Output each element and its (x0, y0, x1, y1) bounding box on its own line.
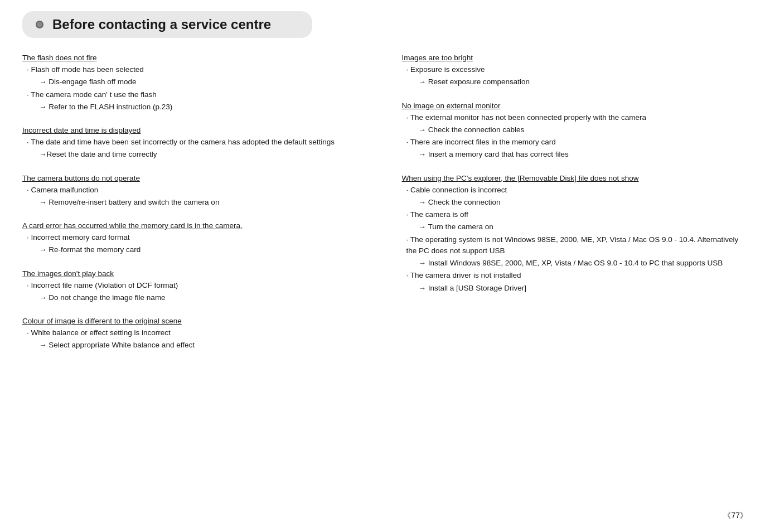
section-card-error-title: A card error has occurred while the memo… (22, 221, 369, 230)
card-item-1: · Incorrect memory card format (27, 232, 369, 243)
section-card-error: A card error has occurred while the memo… (22, 221, 369, 257)
section-external-monitor-title: No image on external monitor (402, 101, 748, 110)
section-date-time: Incorrect date and time is displayed · T… (22, 126, 369, 162)
flash-item-1: · Flash off mode has been selected (27, 64, 369, 75)
colour-sub-1: → Select appropriate White balance and e… (39, 340, 369, 351)
card-sub-1: → Re-format the memory card (39, 244, 369, 255)
header-dot (36, 21, 43, 28)
section-colour-title: Colour of image is different to the orig… (22, 317, 369, 325)
disk-item-1: · Cable connection is incorrect (406, 185, 748, 196)
section-images-bright: Images are too bright · Exposure is exce… (402, 54, 748, 89)
section-date-time-title: Incorrect date and time is displayed (22, 126, 369, 134)
monitor-sub-1: → Check the connection cables (419, 124, 748, 136)
buttons-sub-1: → Remove/re-insert battery and switch th… (39, 197, 369, 208)
disk-sub-1: → Check the connection (419, 197, 748, 208)
section-flash: The flash does not fire · Flash off mode… (22, 54, 369, 114)
section-camera-buttons-title: The camera buttons do not operate (22, 174, 369, 182)
left-column: The flash does not fire · Flash off mode… (22, 54, 369, 365)
right-column: Images are too bright · Exposure is exce… (402, 54, 748, 365)
disk-item-4: · The camera driver is not installed (406, 270, 748, 281)
date-sub-1: →Reset the date and time correctly (39, 149, 369, 160)
date-item-1: · The date and time have been set incorr… (27, 137, 369, 148)
flash-item-2: · The camera mode can' t use the flash (27, 89, 369, 100)
page-footer: 《77》 (723, 511, 748, 521)
disk-sub-3: → Install Windows 98SE, 2000, ME, XP, Vi… (419, 258, 748, 269)
section-images-bright-title: Images are too bright (402, 54, 748, 62)
buttons-item-1: · Camera malfunction (27, 185, 369, 196)
disk-item-2: · The camera is off (406, 209, 748, 220)
disk-sub-2: → Turn the camera on (419, 221, 748, 233)
header-title: Before contacting a service centre (52, 17, 271, 32)
bright-item-1: · Exposure is excessive (406, 64, 748, 75)
bright-sub-1: → Reset exposure compensation (419, 76, 748, 88)
section-flash-title: The flash does not fire (22, 54, 369, 62)
header-box: Before contacting a service centre (22, 11, 312, 38)
playback-item-1: · Incorrect file name (Violation of DCF … (27, 280, 369, 291)
monitor-item-2: · There are incorrect files in the memor… (406, 137, 748, 148)
disk-item-3: · The operating system is not Windows 98… (406, 234, 748, 257)
monitor-sub-2: → Insert a memory card that has correct … (419, 149, 748, 160)
flash-sub-2: → Refer to the FLASH instruction (p.23) (39, 101, 369, 113)
monitor-item-1: · The external monitor has not been conn… (406, 112, 748, 123)
section-colour: Colour of image is different to the orig… (22, 317, 369, 352)
section-images-playback-title: The images don't play back (22, 269, 369, 278)
colour-item-1: · White balance or effect setting is inc… (27, 327, 369, 338)
flash-sub-1: → Dis-engage flash off mode (39, 76, 369, 88)
disk-sub-4: → Install a [USB Storage Driver] (419, 283, 748, 294)
section-external-monitor: No image on external monitor · The exter… (402, 101, 748, 162)
section-removable-disk-title: When using the PC's explorer, the [Remov… (402, 174, 748, 182)
section-removable-disk: When using the PC's explorer, the [Remov… (402, 174, 748, 295)
page-number: 《77》 (723, 511, 748, 520)
section-images-playback: The images don't play back · Incorrect f… (22, 269, 369, 305)
playback-sub-1: → Do not change the image file name (39, 292, 369, 303)
section-camera-buttons: The camera buttons do not operate · Came… (22, 174, 369, 210)
